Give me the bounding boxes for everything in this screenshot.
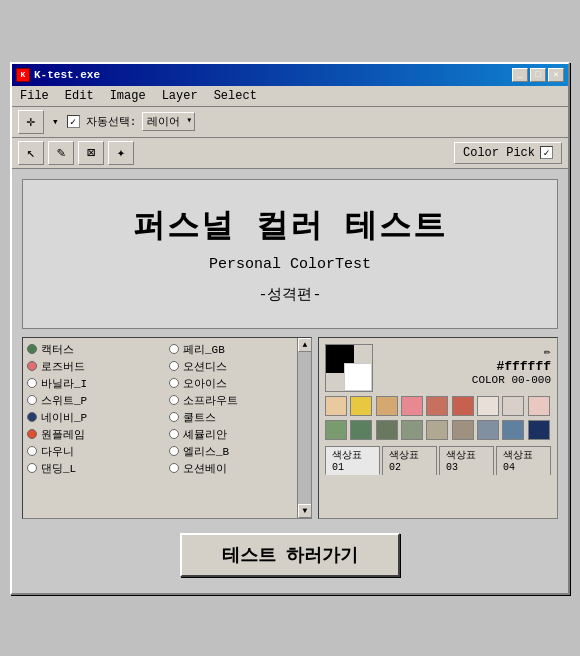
menu-file[interactable]: File <box>16 88 53 104</box>
bottom-area: 캑터스 로즈버드 바닐라_I <box>22 337 558 519</box>
list-item[interactable]: 페리_GB <box>169 342 307 357</box>
color-pick-checkbox[interactable]: ✓ <box>540 146 553 159</box>
swatch[interactable] <box>477 420 499 440</box>
swatch-tab-3[interactable]: 색상표 03 <box>439 446 494 475</box>
dot-rosebud <box>27 361 37 371</box>
swatch[interactable] <box>325 396 347 416</box>
main-content: 퍼스널 컬러 테스트 Personal ColorTest -성격편- 캑터스 <box>12 169 568 593</box>
list-item[interactable]: 바닐라_I <box>27 376 165 391</box>
minimize-button[interactable]: _ <box>512 68 528 82</box>
auto-select-label: 자동선택: <box>86 114 137 129</box>
label-rosebud: 로즈버드 <box>41 359 85 374</box>
swatch[interactable] <box>528 420 550 440</box>
scroll-down-button[interactable]: ▼ <box>298 504 312 518</box>
swatch[interactable] <box>376 420 398 440</box>
layer-dropdown[interactable]: 레이어 ▾ <box>142 112 195 131</box>
pencil-tool-button[interactable]: ✎ <box>48 141 74 165</box>
dot-vanilla <box>27 378 37 388</box>
swatches-row2 <box>325 420 551 440</box>
swatch[interactable] <box>350 420 372 440</box>
list-item[interactable]: 댄딩_L <box>27 461 165 476</box>
move-tool-button[interactable]: ✛ <box>18 110 44 134</box>
list-item[interactable]: 셰뮬리안 <box>169 427 307 442</box>
select-tool-button[interactable]: ↖ <box>18 141 44 165</box>
swatch[interactable] <box>502 396 524 416</box>
list-item[interactable]: 오션디스 <box>169 359 307 374</box>
label-cactus: 캑터스 <box>41 342 74 357</box>
korean-title: 퍼스널 컬러 테스트 <box>133 204 447 248</box>
dot-sprout <box>169 395 179 405</box>
menu-image[interactable]: Image <box>106 88 150 104</box>
list-item[interactable]: 스위트_P <box>27 393 165 408</box>
list-panel: 캑터스 로즈버드 바닐라_I <box>22 337 312 519</box>
dot-dandy <box>27 463 37 473</box>
list-col-1: 캑터스 로즈버드 바닐라_I <box>27 342 165 476</box>
swatch[interactable] <box>325 420 347 440</box>
background-color[interactable] <box>344 363 372 391</box>
list-item[interactable]: 네이비_P <box>27 410 165 425</box>
list-col-2: 페리_GB 오션디스 오아이스 <box>169 342 307 476</box>
dropdown-arrow: ▾ <box>186 114 192 126</box>
swatch[interactable] <box>426 420 448 440</box>
toolbar1: ✛ ▾ ✓ 자동선택: 레이어 ▾ <box>12 107 568 138</box>
swatches-row1 <box>325 396 551 416</box>
swatch[interactable] <box>502 420 524 440</box>
label-fairy: 페리_GB <box>183 342 225 357</box>
dot-fairy <box>169 344 179 354</box>
list-item[interactable]: 다우니 <box>27 444 165 459</box>
dot-flame <box>27 429 37 439</box>
close-button[interactable]: ✕ <box>548 68 564 82</box>
swatch-tab-2[interactable]: 색상표 02 <box>382 446 437 475</box>
dot-ocean <box>169 361 179 371</box>
menu-edit[interactable]: Edit <box>61 88 98 104</box>
menu-select[interactable]: Select <box>210 88 261 104</box>
label-cool: 쿨트스 <box>183 410 216 425</box>
swatch-tab-4[interactable]: 색상표 04 <box>496 446 551 475</box>
dot-sweet <box>27 395 37 405</box>
swatch[interactable] <box>452 396 474 416</box>
swatch[interactable] <box>477 396 499 416</box>
test-button-area: 테스트 하러가기 <box>22 527 558 583</box>
list-item[interactable]: 캑터스 <box>27 342 165 357</box>
crop-tool-button[interactable]: ⊠ <box>78 141 104 165</box>
swatch[interactable] <box>350 396 372 416</box>
subtitle: -성격편- <box>258 285 321 304</box>
list-item[interactable]: 쿨트스 <box>169 410 307 425</box>
label-alice: 엘리스_B <box>183 444 229 459</box>
pencil-icon: ✎ <box>57 144 65 161</box>
list-item[interactable]: 오션베이 <box>169 461 307 476</box>
label-downy: 다우니 <box>41 444 74 459</box>
swatch[interactable] <box>452 420 474 440</box>
test-button[interactable]: 테스트 하러가기 <box>180 533 401 577</box>
swatch[interactable] <box>426 396 448 416</box>
list-item[interactable]: 엘리스_B <box>169 444 307 459</box>
swatch[interactable] <box>401 420 423 440</box>
maximize-button[interactable]: □ <box>530 68 546 82</box>
title-buttons: _ □ ✕ <box>512 68 564 82</box>
color-panel: ✏ #ffffff COLOR 00-000 <box>318 337 558 519</box>
label-sprout: 소프라우트 <box>183 393 238 408</box>
swatch[interactable] <box>401 396 423 416</box>
color-pick-label: Color Pick <box>463 146 535 160</box>
swatch[interactable] <box>528 396 550 416</box>
transform-tool-button[interactable]: ✦ <box>108 141 134 165</box>
list-item[interactable]: 로즈버드 <box>27 359 165 374</box>
swatch-tab-1[interactable]: 색상표 01 <box>325 446 380 475</box>
dot-ocean-bay <box>169 463 179 473</box>
auto-select-checkbox[interactable]: ✓ <box>67 115 80 128</box>
dot-cactus <box>27 344 37 354</box>
list-item[interactable]: 원플레임 <box>27 427 165 442</box>
label-ocean-bay: 오션베이 <box>183 461 227 476</box>
menu-layer[interactable]: Layer <box>158 88 202 104</box>
list-item[interactable]: 오아이스 <box>169 376 307 391</box>
swatch[interactable] <box>376 396 398 416</box>
scroll-track <box>298 352 311 504</box>
label-flame: 원플레임 <box>41 427 85 442</box>
scroll-up-button[interactable]: ▲ <box>298 338 312 352</box>
hex-value: #ffffff <box>496 359 551 374</box>
scrollbar-vertical[interactable]: ▲ ▼ <box>297 338 311 518</box>
dot-oasis <box>169 378 179 388</box>
label-oasis: 오아이스 <box>183 376 227 391</box>
edit-color-icon[interactable]: ✏ <box>544 344 551 359</box>
list-item[interactable]: 소프라우트 <box>169 393 307 408</box>
